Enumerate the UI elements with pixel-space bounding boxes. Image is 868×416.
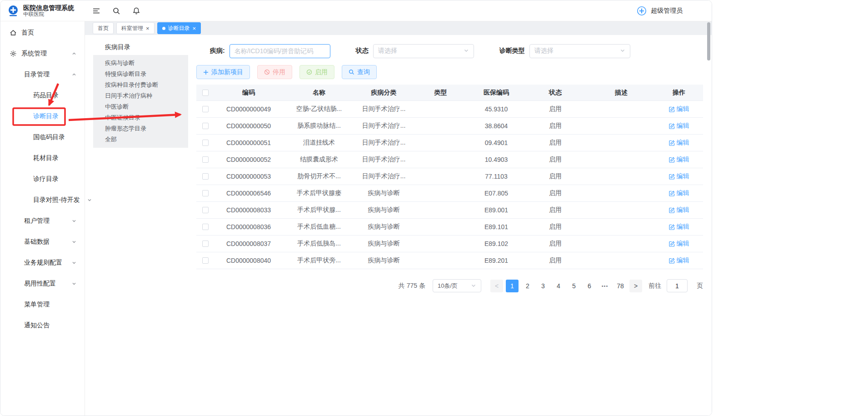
edit-label: 编辑: [677, 256, 689, 265]
edit-button[interactable]: 编辑: [669, 139, 689, 147]
edit-button[interactable]: 编辑: [669, 206, 689, 214]
bell-icon[interactable]: [132, 7, 140, 15]
query-button[interactable]: 查询: [342, 65, 377, 79]
vertical-scrollbar[interactable]: [707, 22, 710, 60]
cell-status: 启用: [524, 155, 587, 164]
disable-button[interactable]: 停用: [257, 65, 292, 79]
tab-department-management[interactable]: 科室管理 ×: [116, 22, 155, 34]
tab-diagnosis-catalog[interactable]: 诊断目录 ×: [157, 22, 201, 34]
row-checkbox[interactable]: [202, 123, 209, 129]
sidebar-item-home[interactable]: 首页: [0, 22, 85, 43]
row-checkbox[interactable]: [202, 224, 209, 230]
sidebar-item-catalog-mapping[interactable]: 目录对照-待开发: [0, 190, 85, 211]
sidebar-item-label: 业务规则配置: [24, 259, 62, 267]
column-header-code: 编码: [215, 89, 283, 97]
sidebar-item-business-rules[interactable]: 业务规则配置: [0, 252, 85, 273]
home-icon: [10, 29, 17, 36]
edit-button[interactable]: 编辑: [669, 122, 689, 130]
catalog-item[interactable]: 特慢病诊断目录: [93, 69, 188, 80]
filter-bar: 疾病: 状态 请选择 诊断类型 请选择: [196, 41, 703, 60]
edit-button[interactable]: 编辑: [669, 240, 689, 248]
prev-page-button[interactable]: <: [490, 280, 503, 292]
edit-button[interactable]: 编辑: [669, 256, 689, 265]
edit-button[interactable]: 编辑: [669, 189, 689, 197]
goto-page-input[interactable]: [667, 279, 688, 292]
page-number-1[interactable]: 1: [506, 280, 519, 292]
chevron-down-icon: [72, 261, 76, 265]
sidebar-item-catalog-management[interactable]: 目录管理: [0, 64, 85, 85]
edit-icon: [669, 241, 675, 247]
cell-code: CD0000008040: [215, 257, 283, 264]
page-number-4[interactable]: 4: [552, 280, 565, 292]
sidebar-item-notifications[interactable]: 通知公告: [0, 315, 85, 336]
catalog-item[interactable]: 肿瘤形态学目录: [93, 123, 188, 134]
sidebar-item-drug-catalog[interactable]: 药品目录: [0, 85, 85, 106]
add-item-button[interactable]: 添加新项目: [196, 65, 250, 79]
row-checkbox[interactable]: [202, 190, 209, 196]
sidebar-item-label: 国临码目录: [33, 133, 65, 141]
cell-name: 手术后甲状旁...: [283, 256, 355, 265]
edit-icon: [669, 106, 675, 112]
table-row: CD0000000053 肋骨切开术不... 日间手术治疗... 77.1103…: [196, 168, 703, 185]
row-checkbox[interactable]: [202, 241, 209, 247]
diagnosis-table: 编码 名称 疾病分类 类型 医保编码 状态 描述 操作: [196, 85, 703, 269]
edit-button[interactable]: 编辑: [669, 223, 689, 231]
sidebar-item-consumables-catalog[interactable]: 耗材目录: [0, 148, 85, 169]
cell-category: 疾病与诊断: [355, 256, 412, 265]
row-checkbox[interactable]: [202, 173, 209, 180]
catalog-item[interactable]: 中医诊断: [93, 101, 188, 112]
page-number-3[interactable]: 3: [537, 280, 549, 292]
catalog-item[interactable]: 按病种目录付费诊断: [93, 80, 188, 90]
disease-search-input[interactable]: [229, 44, 330, 58]
cell-name: 手术后低胰岛...: [283, 240, 355, 248]
chevron-down-icon: [87, 198, 92, 202]
close-icon[interactable]: ×: [146, 25, 150, 31]
button-label: 启用: [315, 68, 328, 76]
sidebar-item-menu-management[interactable]: 菜单管理: [0, 294, 85, 315]
page-number-last[interactable]: 78: [614, 280, 627, 292]
select-all-checkbox[interactable]: [202, 90, 209, 96]
edit-button[interactable]: 编辑: [669, 105, 689, 113]
edit-button[interactable]: 编辑: [669, 155, 689, 164]
catalog-item[interactable]: 疾病与诊断: [93, 58, 188, 69]
close-icon[interactable]: ×: [193, 25, 196, 31]
next-page-button[interactable]: >: [629, 280, 642, 292]
tab-home[interactable]: 首页: [93, 22, 114, 34]
sidebar-item-tenant-management[interactable]: 租户管理: [0, 211, 85, 231]
catalog-item[interactable]: 中医证候目录: [93, 112, 188, 123]
user-menu[interactable]: 超级管理员: [636, 5, 712, 16]
page-number-2[interactable]: 2: [521, 280, 534, 292]
menu-icon[interactable]: [92, 7, 100, 15]
sidebar-item-treatment-catalog[interactable]: 诊疗目录: [0, 169, 85, 190]
sidebar-item-basic-data[interactable]: 基础数据: [0, 231, 85, 252]
sidebar-item-usability-config[interactable]: 易用性配置: [0, 273, 85, 294]
row-checkbox[interactable]: [202, 156, 209, 163]
row-checkbox[interactable]: [202, 140, 209, 146]
status-select[interactable]: 请选择: [373, 44, 474, 58]
sidebar-item-diagnosis-catalog[interactable]: 诊断目录: [0, 106, 85, 127]
page-number-5[interactable]: 5: [568, 280, 580, 292]
logo-area: 医院信息管理系统 中联医院: [0, 4, 85, 17]
page-size-select[interactable]: 10条/页: [433, 279, 481, 292]
cell-name: 结膜囊成形术: [283, 155, 355, 164]
catalog-item[interactable]: 日间手术治疗病种: [93, 90, 188, 101]
select-placeholder: 请选择: [378, 47, 397, 55]
row-checkbox[interactable]: [202, 257, 209, 264]
row-checkbox[interactable]: [202, 106, 209, 112]
diagnosis-type-select[interactable]: 请选择: [529, 44, 630, 58]
search-icon[interactable]: [112, 7, 120, 15]
sidebar-item-label: 通知公告: [24, 321, 50, 330]
cell-category: 疾病与诊断: [355, 189, 412, 197]
sidebar-item-system-management[interactable]: 系统管理: [0, 43, 85, 64]
edit-button[interactable]: 编辑: [669, 172, 689, 180]
page-number-6[interactable]: 6: [583, 280, 596, 292]
enable-button[interactable]: 启用: [299, 65, 334, 79]
cell-insurance-code: 09.4901: [469, 139, 524, 146]
more-pages-button[interactable]: •••: [599, 280, 611, 292]
chevron-down-icon: [620, 47, 625, 55]
sidebar-item-national-code-catalog[interactable]: 国临码目录: [0, 127, 85, 148]
catalog-item[interactable]: 全部: [93, 134, 188, 145]
status-label: 状态: [356, 47, 369, 55]
row-checkbox[interactable]: [202, 207, 209, 213]
cell-category: 疾病与诊断: [355, 240, 412, 248]
